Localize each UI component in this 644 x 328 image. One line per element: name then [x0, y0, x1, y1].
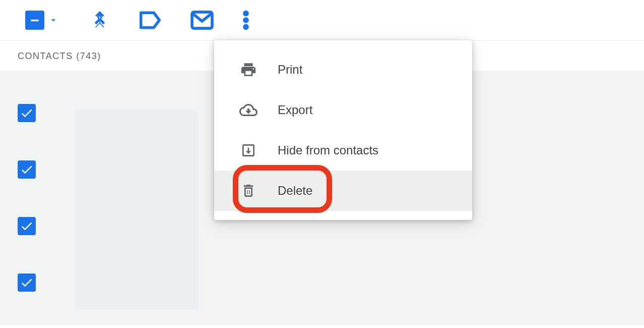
menu-item-hide[interactable]: Hide from contacts — [214, 130, 472, 171]
check-icon — [20, 276, 34, 290]
label-icon — [139, 11, 161, 30]
select-dropdown-button[interactable] — [46, 11, 60, 29]
toolbar — [0, 0, 644, 41]
email-button[interactable] — [190, 11, 214, 30]
menu-item-label: Export — [278, 103, 312, 117]
row-checkbox[interactable] — [18, 104, 36, 122]
export-icon — [239, 101, 257, 119]
more-actions-menu: Print Export Hide from contacts Delete — [214, 40, 472, 220]
more-vert-icon — [243, 10, 249, 30]
menu-item-label: Delete — [278, 184, 312, 198]
indeterminate-icon — [28, 14, 41, 27]
menu-item-label: Print — [278, 63, 302, 77]
row-checkbox[interactable] — [18, 217, 36, 235]
row-checkbox[interactable] — [18, 274, 36, 292]
envelope-icon — [190, 11, 214, 30]
more-actions-button[interactable] — [243, 10, 249, 30]
avatar-placeholder — [76, 111, 198, 310]
chevron-down-icon — [48, 15, 58, 25]
check-icon — [20, 106, 34, 120]
row-checkbox[interactable] — [18, 160, 36, 179]
check-icon — [20, 162, 34, 177]
delete-icon — [239, 182, 257, 200]
svg-point-2 — [243, 11, 248, 16]
check-icon — [20, 219, 34, 233]
select-all-group — [25, 11, 60, 30]
label-button[interactable] — [139, 11, 161, 30]
print-icon — [239, 61, 257, 79]
menu-item-delete[interactable]: Delete — [214, 171, 472, 211]
menu-item-label: Hide from contacts — [278, 143, 378, 157]
hide-icon — [239, 141, 257, 159]
merge-icon — [90, 10, 110, 30]
svg-point-3 — [243, 18, 248, 23]
menu-item-export[interactable]: Export — [214, 90, 472, 130]
svg-rect-0 — [31, 20, 38, 21]
select-all-checkbox[interactable] — [25, 11, 44, 30]
merge-button[interactable] — [90, 10, 110, 30]
svg-point-4 — [243, 24, 248, 29]
menu-item-print[interactable]: Print — [214, 49, 472, 90]
